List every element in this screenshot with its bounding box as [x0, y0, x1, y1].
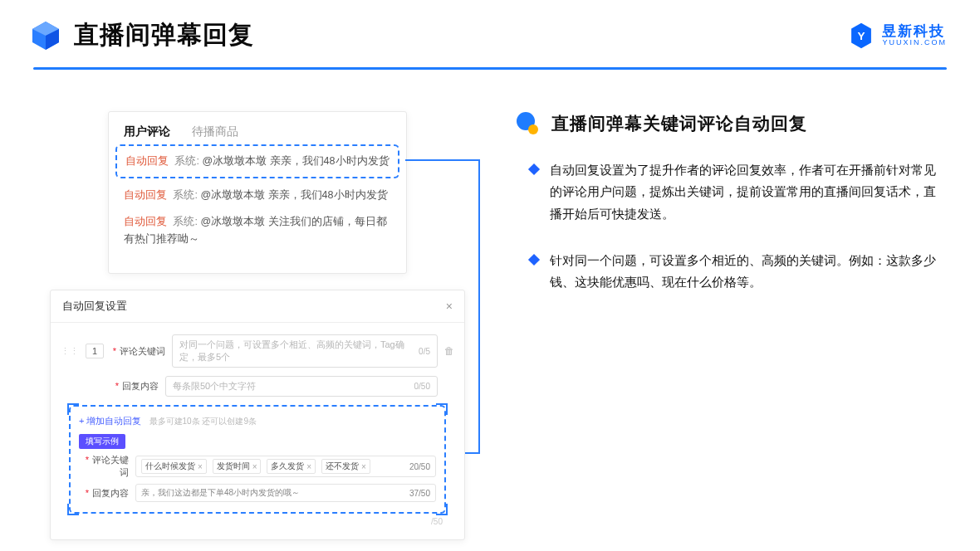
close-icon[interactable]: × — [446, 300, 453, 313]
comment-row: 自动回复 系统: @冰墩墩本墩 亲亲，我们48小时内发货 — [124, 187, 391, 204]
reply-label: 回复内容 — [104, 380, 159, 393]
bullet-text: 针对同一个问题，可设置多个相近的、高频的关键词。例如：这款多少钱、这块能优惠吗、… — [550, 250, 947, 294]
example-reply-input[interactable]: 亲，我们这边都是下单48小时内发货的哦～ 37/50 — [135, 484, 436, 502]
settings-title: 自动回复设置 — [62, 299, 127, 314]
svg-point-5 — [528, 124, 538, 134]
bullet-item: 针对同一个问题，可设置多个相近的、高频的关键词。例如：这款多少钱、这块能优惠吗、… — [515, 250, 947, 294]
keyword-input[interactable]: 对同一个问题，可设置多个相近、高频的关键词，Tag确定，最多5个 0/5 — [172, 334, 438, 368]
brand: Y 昱新科技 YUUXIN.COM — [847, 22, 947, 50]
keyword-chip[interactable]: 多久发货× — [267, 459, 316, 474]
example-badge: 填写示例 — [79, 434, 125, 449]
keyword-chip[interactable]: 还不发货× — [321, 459, 370, 474]
connector-vline — [478, 159, 480, 454]
svg-text:Y: Y — [858, 30, 865, 42]
comment-row-highlighted: 自动回复 系统: @冰墩墩本墩 亲亲，我们48小时内发货 — [115, 144, 399, 178]
example-reply-count: 37/50 — [409, 489, 430, 498]
page-title: 直播间弹幕回复 — [74, 18, 254, 52]
comments-card: 用户评论 待播商品 自动回复 系统: @冰墩墩本墩 亲亲，我们48小时内发货 自… — [108, 111, 407, 274]
brand-logo-icon: Y — [847, 22, 875, 50]
example-keyword-count: 20/50 — [409, 462, 430, 471]
diamond-icon — [528, 254, 540, 266]
drag-handle-icon[interactable]: ⋮⋮ — [61, 346, 79, 357]
example-reply-label: 回复内容 — [79, 487, 129, 500]
diamond-icon — [528, 163, 540, 175]
system-label: 系统: — [173, 189, 197, 201]
rule-index: 1 — [86, 344, 104, 358]
cube-icon — [29, 19, 62, 52]
bubble-icon — [515, 111, 540, 136]
chip-remove-icon[interactable]: × — [252, 462, 257, 471]
example-box: + 增加自动回复 最多可建10条 还可以创建9条 填写示例 评论关键词 什么时候… — [69, 405, 446, 514]
bullet-item: 自动回复设置为了提升作者的评论回复效率，作者可在开播前针对常见的评论用户问题，提… — [515, 159, 947, 225]
chip-remove-icon[interactable]: × — [361, 462, 366, 471]
example-keyword-input[interactable]: 什么时候发货× 发货时间× 多久发货× 还不发货× 20/50 — [135, 456, 436, 477]
connector-line — [405, 159, 480, 161]
keyword-chip[interactable]: 发货时间× — [213, 459, 262, 474]
add-auto-reply-link[interactable]: + 增加自动回复 — [79, 416, 141, 426]
example-keyword-label: 评论关键词 — [79, 454, 129, 479]
comment-row: 自动回复 系统: @冰墩墩本墩 关注我们的店铺，每日都有热门推荐呦～ — [124, 213, 391, 249]
keyword-chip[interactable]: 什么时候发货× — [141, 459, 207, 474]
tab-user-comments[interactable]: 用户评论 — [124, 124, 170, 139]
section-title: 直播间弹幕关键词评论自动回复 — [551, 112, 807, 135]
delete-icon[interactable]: 🗑 — [444, 345, 454, 357]
system-label: 系统: — [173, 216, 197, 227]
add-hint: 最多可建10条 还可以创建9条 — [149, 417, 257, 426]
keyword-label: 评论关键词 — [110, 345, 165, 358]
keyword-count: 0/5 — [419, 347, 430, 356]
keyword-placeholder: 对同一个问题，可设置多个相近、高频的关键词，Tag确定，最多5个 — [179, 339, 419, 363]
tab-pending-goods[interactable]: 待播商品 — [192, 124, 238, 139]
system-label: 系统: — [174, 155, 198, 167]
auto-reply-tag: 自动回复 — [124, 216, 167, 227]
outer-count: /50 — [61, 514, 454, 526]
chip-remove-icon[interactable]: × — [198, 462, 203, 471]
example-reply-text: 亲，我们这边都是下单48小时内发货的哦～ — [141, 487, 300, 499]
brand-name: 昱新科技 — [882, 24, 947, 39]
comment-text: @冰墩墩本墩 亲亲，我们48小时内发货 — [200, 189, 387, 201]
reply-input[interactable]: 每条限50个中文字符 0/50 — [165, 376, 438, 397]
auto-reply-tag: 自动回复 — [124, 189, 167, 201]
auto-reply-tag: 自动回复 — [125, 155, 169, 167]
reply-count: 0/50 — [414, 382, 430, 391]
auto-reply-settings-card: 自动回复设置 × ⋮⋮ 1 评论关键词 对同一个问题，可设置多个相近、高频的关键… — [50, 290, 465, 540]
chip-remove-icon[interactable]: × — [306, 462, 311, 471]
reply-placeholder: 每条限50个中文字符 — [173, 380, 256, 393]
comment-text: @冰墩墩本墩 亲亲，我们48小时内发货 — [202, 155, 389, 167]
brand-sub: YUUXIN.COM — [882, 39, 947, 46]
bullet-text: 自动回复设置为了提升作者的评论回复效率，作者可在开播前针对常见的评论用户问题，提… — [550, 159, 947, 225]
